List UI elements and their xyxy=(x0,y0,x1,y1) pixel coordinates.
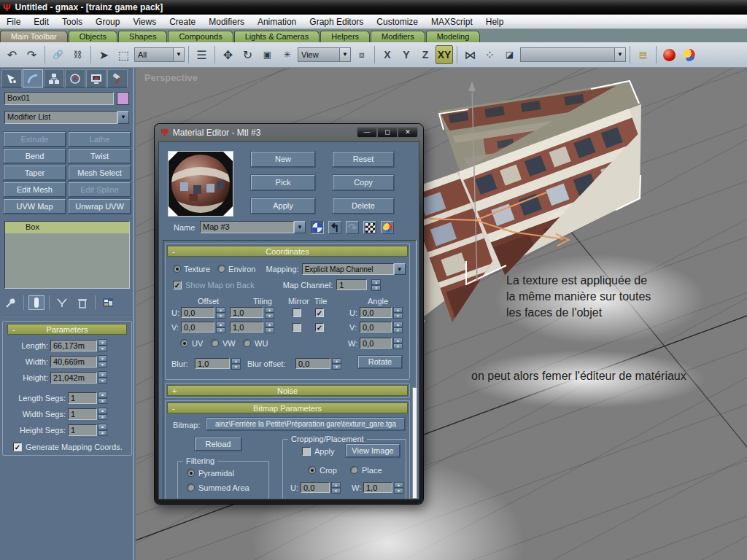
motion-tab-icon[interactable] xyxy=(65,69,85,88)
minimize-icon[interactable]: — xyxy=(357,127,377,138)
restrict-z-button[interactable]: Z xyxy=(417,45,434,64)
restrict-xy-plane-button[interactable]: XY xyxy=(436,45,453,64)
crop-radio[interactable] xyxy=(308,466,316,474)
tab-modeling[interactable]: Modeling xyxy=(426,31,481,42)
unlink-selection-icon[interactable]: ⛓ xyxy=(69,45,87,64)
crop-u-spinner[interactable]: ▲▼ xyxy=(331,482,341,493)
uvw-map-button[interactable]: UVW Map xyxy=(4,199,66,214)
selection-region-icon[interactable]: ⬚ xyxy=(115,45,133,64)
length-field[interactable]: 66,173m xyxy=(50,340,97,351)
bitmap-path-button[interactable]: ainz\Ferrière la Petite\Préparation gare… xyxy=(206,418,405,430)
mirror-icon[interactable]: ⋈ xyxy=(461,45,479,64)
environ-radio[interactable] xyxy=(217,265,225,273)
named-selection-dropdown[interactable]: ▼ xyxy=(520,47,626,62)
new-button[interactable]: New xyxy=(251,152,315,167)
map-channel-field[interactable]: 1 xyxy=(336,279,367,290)
mesh-select-button[interactable]: Mesh Select xyxy=(69,166,131,180)
tab-shapes[interactable]: Shapes xyxy=(118,31,167,42)
move-icon[interactable]: ✥ xyxy=(219,45,237,64)
menu-maxscript[interactable]: MAXScript xyxy=(425,15,479,28)
lathe-button[interactable]: Lathe xyxy=(69,132,131,147)
array-icon[interactable]: ⁘ xyxy=(481,45,499,64)
height-spinner[interactable]: ▲▼ xyxy=(98,371,107,384)
crop-w-spinner[interactable]: ▲▼ xyxy=(394,482,403,493)
height-field[interactable]: 21,042m xyxy=(50,372,97,384)
pin-stack-icon[interactable] xyxy=(3,295,19,310)
menu-help[interactable]: Help xyxy=(479,15,511,28)
blur-offset-field[interactable]: 0,0 xyxy=(295,358,330,369)
go-to-parent-icon[interactable]: ↰ xyxy=(328,221,341,234)
width-segs-spinner[interactable]: ▲▼ xyxy=(98,408,107,420)
unwrap-uvw-button[interactable]: Unwrap UVW xyxy=(69,199,131,214)
menu-modifiers[interactable]: Modifiers xyxy=(202,15,251,28)
view-image-button[interactable]: View Image xyxy=(346,444,400,457)
noise-header[interactable]: + Noise xyxy=(167,385,408,396)
menu-file[interactable]: File xyxy=(0,15,27,28)
mapping-dropdown[interactable]: Explicit Map Channel ▼ xyxy=(302,263,406,275)
stack-item-box[interactable]: Box xyxy=(5,222,129,233)
rotate-button[interactable]: Rotate xyxy=(358,356,402,368)
generate-mapping-checkbox[interactable]: ✓ xyxy=(13,443,22,451)
go-forward-sibling-icon[interactable]: ↷ xyxy=(346,221,359,234)
menu-graph-editors[interactable]: Graph Editors xyxy=(303,15,370,28)
render-icon[interactable] xyxy=(680,45,698,64)
delete-button[interactable]: Delete xyxy=(333,198,394,214)
angle-w-field[interactable]: 0,0 xyxy=(360,338,392,349)
modifier-list-dropdown[interactable]: Modifier List ▼ xyxy=(4,111,129,124)
u-offset-field[interactable]: 0,0 xyxy=(181,307,214,318)
taper-button[interactable]: Taper xyxy=(4,166,66,180)
configure-modifier-sets-icon[interactable] xyxy=(100,295,116,310)
use-pivot-center-icon[interactable]: ⧈ xyxy=(352,45,371,64)
material-editor-icon[interactable] xyxy=(660,45,678,64)
height-segs-field[interactable]: 1 xyxy=(68,424,97,436)
create-tab-icon[interactable] xyxy=(1,69,22,88)
blur-spinner[interactable]: ▲▼ xyxy=(231,358,241,369)
menu-views[interactable]: Views xyxy=(126,15,163,28)
v-offset-field[interactable]: 0,0 xyxy=(181,322,214,332)
tab-lights-cameras[interactable]: Lights & Cameras xyxy=(234,31,320,42)
material-preview[interactable] xyxy=(168,151,233,217)
menu-tools[interactable]: Tools xyxy=(55,15,89,28)
wu-radio[interactable] xyxy=(243,339,251,347)
v-mirror-checkbox[interactable] xyxy=(293,323,301,332)
v-offset-spinner[interactable]: ▲▼ xyxy=(216,322,225,332)
edit-mesh-button[interactable]: Edit Mesh xyxy=(4,182,66,197)
tab-objects[interactable]: Objects xyxy=(69,31,117,42)
texture-radio[interactable] xyxy=(173,265,181,273)
maximize-icon[interactable]: ◻ xyxy=(377,127,398,138)
object-color-swatch[interactable] xyxy=(117,92,129,105)
hierarchy-tab-icon[interactable] xyxy=(44,69,64,88)
background-checker-icon[interactable] xyxy=(363,221,376,234)
select-and-link-icon[interactable]: 🔗 xyxy=(49,45,67,64)
bitmap-parameters-header[interactable]: - Bitmap Parameters xyxy=(167,402,408,413)
length-spinner[interactable]: ▲▼ xyxy=(98,339,107,351)
tab-compounds[interactable]: Compounds xyxy=(168,31,233,42)
restrict-y-button[interactable]: Y xyxy=(398,45,415,64)
modify-tab-icon[interactable] xyxy=(23,69,43,88)
make-unique-icon[interactable] xyxy=(54,295,70,310)
bend-button[interactable]: Bend xyxy=(4,149,66,163)
edit-spline-button[interactable]: Edit Spline xyxy=(69,182,131,197)
restrict-x-button[interactable]: X xyxy=(379,45,396,64)
close-icon[interactable]: ✕ xyxy=(398,127,418,138)
width-segs-field[interactable]: 1 xyxy=(68,408,97,420)
blur-field[interactable]: 1,0 xyxy=(195,358,230,369)
u-offset-spinner[interactable]: ▲▼ xyxy=(216,307,225,318)
modifier-stack-list[interactable]: Box xyxy=(4,221,130,289)
parameters-rollout-header[interactable]: - Parameters xyxy=(7,324,127,335)
angle-u-spinner[interactable]: ▲▼ xyxy=(393,307,403,318)
show-map-on-back-checkbox[interactable]: ✓ xyxy=(173,281,182,289)
reset-button[interactable]: Reset xyxy=(333,152,394,167)
u-tiling-spinner[interactable]: ▲▼ xyxy=(265,307,274,318)
twist-button[interactable]: Twist xyxy=(69,149,131,163)
selection-filter-dropdown[interactable]: All ▼ xyxy=(134,47,185,62)
summed-area-radio[interactable] xyxy=(187,483,195,491)
rotate-icon[interactable]: ↻ xyxy=(239,45,257,64)
menu-edit[interactable]: Edit xyxy=(27,15,55,28)
reference-coordinate-dropdown[interactable]: View ▼ xyxy=(298,47,351,62)
angle-u-field[interactable]: 0,0 xyxy=(360,307,392,318)
reload-button[interactable]: Reload xyxy=(195,438,241,451)
tab-modifiers[interactable]: Modifiers xyxy=(371,31,425,42)
scale-icon[interactable]: ▣ xyxy=(258,45,276,64)
v-tiling-spinner[interactable]: ▲▼ xyxy=(265,322,274,332)
